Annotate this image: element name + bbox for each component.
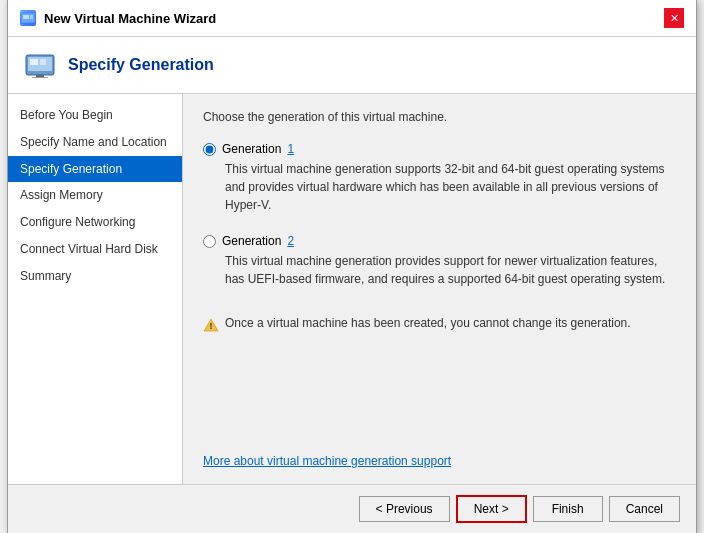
generation2-description: This virtual machine generation provides… <box>225 252 676 288</box>
generation2-link[interactable]: 2 <box>287 234 294 248</box>
sidebar-item-specify-generation[interactable]: Specify Generation <box>8 156 182 183</box>
previous-button[interactable]: < Previous <box>359 496 450 522</box>
svg-rect-1 <box>23 15 29 19</box>
next-button[interactable]: Next > <box>456 495 527 523</box>
generation2-radio[interactable] <box>203 235 216 248</box>
generation1-radio[interactable] <box>203 143 216 156</box>
close-button[interactable]: ✕ <box>664 8 684 28</box>
window-title: New Virtual Machine Wizard <box>44 11 216 26</box>
header-icon <box>24 49 56 81</box>
svg-rect-5 <box>30 59 38 65</box>
svg-rect-6 <box>40 59 46 65</box>
svg-rect-2 <box>30 15 33 19</box>
generation1-text: Generation <box>222 142 281 156</box>
link-section: More about virtual machine generation su… <box>203 441 676 468</box>
footer: < Previous Next > Finish Cancel <box>8 484 696 533</box>
svg-rect-8 <box>32 77 48 78</box>
sidebar-item-specify-name[interactable]: Specify Name and Location <box>8 129 182 156</box>
finish-button[interactable]: Finish <box>533 496 603 522</box>
more-info-link[interactable]: More about virtual machine generation su… <box>203 454 451 468</box>
wizard-window: New Virtual Machine Wizard ✕ Specify Gen… <box>7 0 697 533</box>
warning-icon: ! <box>203 317 219 333</box>
generation1-description: This virtual machine generation supports… <box>225 160 676 214</box>
header-section: Specify Generation <box>8 37 696 94</box>
description-text: Choose the generation of this virtual ma… <box>203 110 676 124</box>
generation1-option: Generation 1 This virtual machine genera… <box>203 142 676 214</box>
window-icon <box>20 10 36 26</box>
sidebar: Before You Begin Specify Name and Locati… <box>8 94 183 484</box>
sidebar-item-configure-networking[interactable]: Configure Networking <box>8 209 182 236</box>
generation2-option: Generation 2 This virtual machine genera… <box>203 234 676 288</box>
generation1-link[interactable]: 1 <box>287 142 294 156</box>
sidebar-item-summary[interactable]: Summary <box>8 263 182 290</box>
generation1-label[interactable]: Generation 1 <box>203 142 676 156</box>
warning-box: ! Once a virtual machine has been create… <box>203 316 676 333</box>
warning-text: Once a virtual machine has been created,… <box>225 316 631 330</box>
cancel-button[interactable]: Cancel <box>609 496 680 522</box>
sidebar-item-connect-vhd[interactable]: Connect Virtual Hard Disk <box>8 236 182 263</box>
generation2-text: Generation <box>222 234 281 248</box>
generation2-label[interactable]: Generation 2 <box>203 234 676 248</box>
title-bar-left: New Virtual Machine Wizard <box>20 10 216 26</box>
sidebar-item-before-you-begin[interactable]: Before You Begin <box>8 102 182 129</box>
content-area: Choose the generation of this virtual ma… <box>183 94 696 484</box>
svg-text:!: ! <box>210 321 213 331</box>
page-title: Specify Generation <box>68 56 214 74</box>
title-bar: New Virtual Machine Wizard ✕ <box>8 0 696 37</box>
sidebar-item-assign-memory[interactable]: Assign Memory <box>8 182 182 209</box>
svg-rect-7 <box>36 75 44 77</box>
main-content: Before You Begin Specify Name and Locati… <box>8 94 696 484</box>
